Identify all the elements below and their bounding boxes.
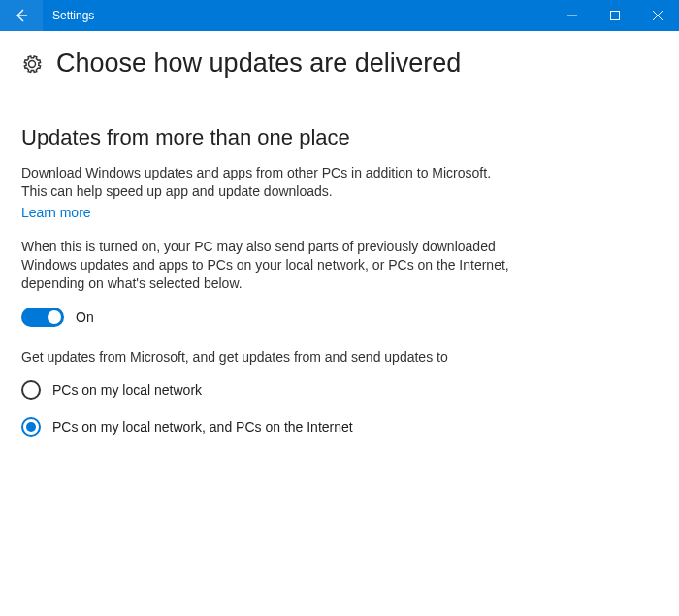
back-button[interactable] [0, 0, 43, 31]
delivery-toggle[interactable] [21, 308, 64, 327]
radio-label: PCs on my local network [52, 382, 202, 398]
close-icon [652, 10, 663, 21]
intro-text: Download Windows updates and apps from o… [21, 164, 516, 202]
radio-icon [21, 380, 41, 400]
window-title: Settings [43, 0, 94, 31]
maximize-icon [609, 10, 621, 21]
explanation-text: When this is turned on, your PC may also… [21, 238, 516, 294]
minimize-button[interactable] [551, 0, 594, 31]
toggle-state-label: On [76, 309, 94, 325]
options-lead-text: Get updates from Microsoft, and get upda… [21, 348, 516, 367]
gear-icon [21, 53, 43, 75]
radio-label: PCs on my local network, and PCs on the … [52, 419, 353, 435]
content: Updates from more than one place Downloa… [0, 79, 543, 437]
radio-option-local[interactable]: PCs on my local network [21, 380, 522, 400]
page-title: Choose how updates are delivered [56, 49, 461, 79]
svg-rect-2 [611, 12, 620, 20]
minimize-icon [566, 10, 578, 21]
learn-more-link[interactable]: Learn more [21, 205, 91, 220]
maximize-button[interactable] [594, 0, 636, 31]
delivery-toggle-row: On [21, 308, 522, 327]
radio-icon [21, 417, 41, 437]
titlebar: Settings [0, 0, 679, 31]
arrow-left-icon [14, 8, 29, 23]
close-button[interactable] [636, 0, 679, 31]
page-header: Choose how updates are delivered [0, 31, 679, 79]
section-heading: Updates from more than one place [21, 125, 522, 150]
radio-option-internet[interactable]: PCs on my local network, and PCs on the … [21, 417, 522, 437]
